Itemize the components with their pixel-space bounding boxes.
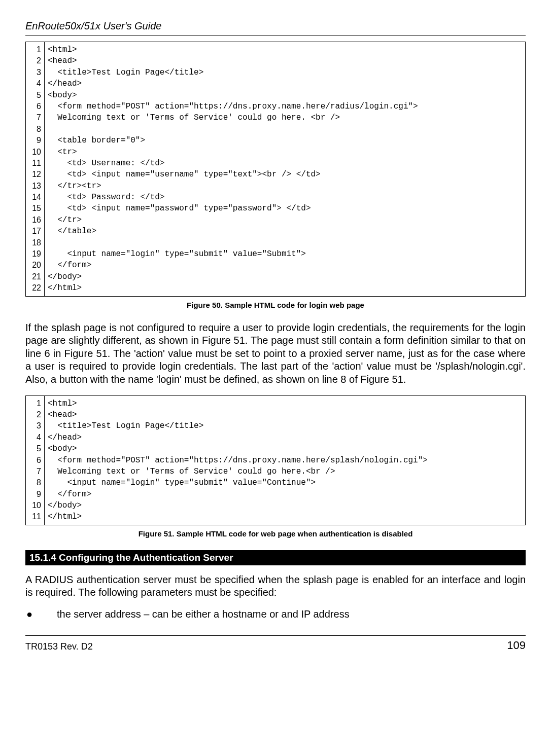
page-footer: TR0153 Rev. D2 109	[25, 635, 526, 652]
paragraph-radius-server: A RADIUS authentication server must be s…	[25, 573, 526, 599]
bullet-marker: ●	[25, 608, 57, 620]
section-header-15-1-4: 15.1.4 Configuring the Authentication Se…	[25, 550, 526, 565]
code-line-numbers: 1 2 3 4 5 6 7 8 9 10 11 12 13 14 15 16 1…	[26, 42, 45, 296]
footer-doc-id: TR0153 Rev. D2	[25, 641, 93, 652]
figure-51-caption: Figure 51. Sample HTML code for web page…	[25, 529, 526, 538]
code-content: <html> <head> <title>Test Login Page</ti…	[45, 42, 525, 296]
code-content: <html> <head> <title>Test Login Page</ti…	[45, 396, 525, 525]
code-block-figure-51: 1 2 3 4 5 6 7 8 9 10 11 <html> <head> <t…	[25, 395, 526, 525]
code-line-numbers: 1 2 3 4 5 6 7 8 9 10 11	[26, 396, 45, 525]
bullet-text: the server address – can be either a hos…	[57, 608, 526, 620]
figure-50-caption: Figure 50. Sample HTML code for login we…	[25, 301, 526, 309]
doc-header-title: EnRoute50x/51x User's Guide	[25, 20, 526, 32]
footer-page-number: 109	[507, 639, 526, 652]
paragraph-splash-page: If the splash page is not configured to …	[25, 321, 526, 386]
bullet-item: ● the server address – can be either a h…	[25, 608, 526, 620]
header-rule	[25, 35, 526, 35]
code-block-figure-50: 1 2 3 4 5 6 7 8 9 10 11 12 13 14 15 16 1…	[25, 42, 526, 297]
